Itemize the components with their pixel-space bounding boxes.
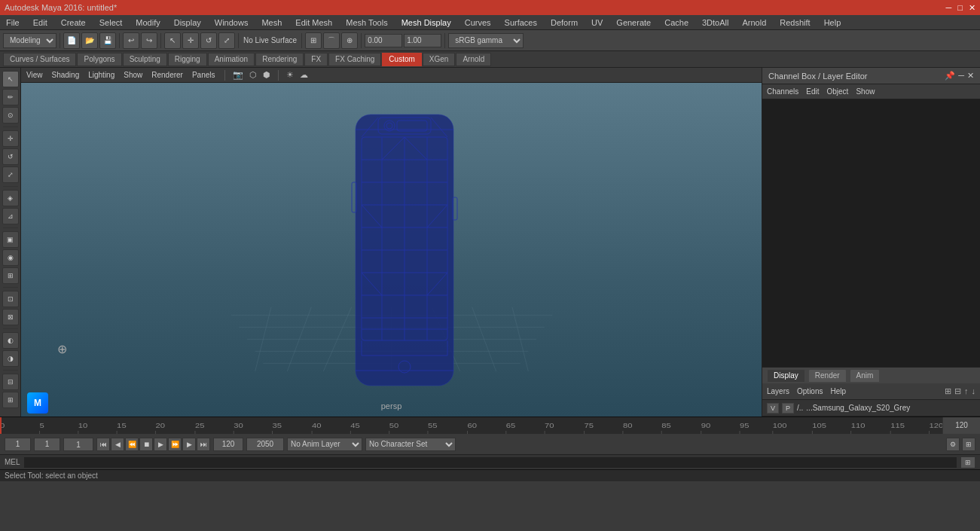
paint-tool-btn[interactable]: ✏: [2, 89, 19, 105]
tab-render[interactable]: Render: [808, 369, 847, 383]
snap-point-btn[interactable]: ⊕: [341, 32, 358, 49]
pb-next-key-btn[interactable]: ⏩: [168, 438, 182, 451]
color-space-dropdown[interactable]: sRGB gamma: [448, 33, 524, 48]
display-type-2-btn[interactable]: ◉: [2, 249, 19, 266]
cb-menu-object[interactable]: Object: [827, 87, 849, 96]
menu-redshift[interactable]: Redshift: [777, 18, 813, 27]
cb-menu-edit[interactable]: Edit: [806, 87, 819, 96]
close-button[interactable]: ✕: [969, 3, 975, 13]
shelf-xgen[interactable]: XGen: [423, 53, 456, 66]
menu-mesh-display[interactable]: Mesh Display: [398, 18, 454, 27]
undo-btn[interactable]: ↩: [123, 32, 139, 49]
layers-menu-help[interactable]: Help: [830, 387, 846, 395]
layer-type-btn[interactable]: P: [782, 403, 794, 414]
select-tool-left-btn[interactable]: ↖: [2, 71, 19, 87]
layer-delete-icon[interactable]: ⊟: [954, 386, 961, 396]
channel-box-minimize-btn[interactable]: ─: [958, 71, 964, 81]
vp-menu-show[interactable]: Show: [121, 71, 145, 79]
menu-deform[interactable]: Deform: [548, 18, 581, 27]
menu-cache[interactable]: Cache: [661, 18, 691, 27]
pb-prev-frame-btn[interactable]: ◀: [111, 438, 124, 451]
extra-btn-2[interactable]: ⊞: [2, 392, 19, 408]
shelf-sculpting[interactable]: Sculpting: [123, 53, 167, 66]
menu-file[interactable]: File: [3, 18, 23, 27]
layer-up-icon[interactable]: ↑: [964, 386, 969, 396]
lasso-tool-btn[interactable]: ⊙: [2, 107, 19, 124]
redo-btn[interactable]: ↪: [141, 32, 157, 49]
ipr-btn[interactable]: ◑: [2, 350, 19, 367]
current-frame-input[interactable]: [5, 438, 31, 451]
anim-layer-select[interactable]: No Anim Layer: [287, 438, 362, 451]
shelf-rendering[interactable]: Rendering: [255, 53, 304, 66]
viewport-3d[interactable]: .wf { fill: none; stroke: #2233aa; strok…: [21, 83, 762, 417]
frame-all-btn[interactable]: ⊠: [2, 309, 19, 325]
isolate-btn[interactable]: ⊡: [2, 291, 19, 307]
tab-anim[interactable]: Anim: [850, 369, 881, 383]
layers-menu-layers[interactable]: Layers: [767, 387, 789, 395]
timeline-playhead[interactable]: [0, 417, 2, 434]
shelf-polygons[interactable]: Polygons: [77, 53, 121, 66]
menu-curves[interactable]: Curves: [462, 18, 494, 27]
vp-menu-panels[interactable]: Panels: [190, 71, 218, 79]
menu-windows[interactable]: Windows: [212, 18, 252, 27]
command-input[interactable]: [23, 456, 957, 468]
scale-left-btn[interactable]: ⤢: [2, 166, 19, 183]
shelf-custom[interactable]: Custom: [382, 53, 421, 66]
pb-go-start-btn[interactable]: ⏮: [96, 438, 110, 451]
title-bar-controls[interactable]: ─ □ ✕: [946, 3, 975, 13]
shelf-curves-surfaces[interactable]: Curves / Surfaces: [3, 53, 76, 66]
menu-3dtoall[interactable]: 3DtoAll: [699, 18, 731, 27]
tab-display[interactable]: Display: [767, 369, 805, 383]
menu-generate[interactable]: Generate: [613, 18, 654, 27]
light-icon[interactable]: ☀: [285, 70, 295, 80]
menu-create[interactable]: Create: [58, 18, 89, 27]
vp-menu-shading[interactable]: Shading: [50, 71, 82, 79]
save-file-btn[interactable]: 💾: [99, 32, 116, 49]
scale-tool-btn[interactable]: ⤢: [218, 32, 235, 49]
cb-menu-show[interactable]: Show: [856, 87, 875, 96]
layers-menu-options[interactable]: Options: [797, 387, 823, 395]
menu-arnold[interactable]: Arnold: [739, 18, 769, 27]
pb-play-fwd-btn[interactable]: ▶: [154, 438, 167, 451]
display-type-3-btn[interactable]: ⊞: [2, 267, 19, 284]
shadow-icon[interactable]: ☁: [299, 70, 309, 80]
pb-stop-btn[interactable]: ⏹: [139, 438, 153, 451]
camera-icon[interactable]: 📷: [232, 70, 244, 80]
menu-mesh[interactable]: Mesh: [258, 18, 285, 27]
new-file-btn[interactable]: 📄: [63, 32, 80, 49]
snap-curve-btn[interactable]: ⌒: [323, 32, 340, 49]
pb-next-frame-btn[interactable]: ▶: [182, 438, 196, 451]
render-btn[interactable]: ◐: [2, 332, 19, 349]
layer-down-icon[interactable]: ↓: [972, 386, 976, 396]
channel-box-close-btn[interactable]: ✕: [967, 71, 974, 81]
menu-edit[interactable]: Edit: [30, 18, 50, 27]
channel-box-pin-btn[interactable]: 📌: [945, 71, 955, 81]
shelf-animation[interactable]: Animation: [208, 53, 255, 66]
menu-help[interactable]: Help: [821, 18, 844, 27]
shelf-arnold[interactable]: Arnold: [456, 53, 491, 66]
pb-prev-key-btn[interactable]: ⏪: [125, 438, 139, 451]
layer-new-icon[interactable]: ⊞: [945, 386, 951, 396]
playback-speed-input[interactable]: [246, 438, 284, 451]
vp-menu-view[interactable]: View: [24, 71, 45, 79]
maximize-button[interactable]: □: [957, 3, 963, 13]
open-file-btn[interactable]: 📂: [81, 32, 98, 49]
display-type-1-btn[interactable]: ▣: [2, 231, 19, 248]
char-select[interactable]: No Character Set: [365, 438, 456, 451]
menu-display[interactable]: Display: [171, 18, 204, 27]
move-tool-btn[interactable]: ✛: [182, 32, 199, 49]
shelf-rigging[interactable]: Rigging: [168, 53, 207, 66]
pb-go-end-btn[interactable]: ⏭: [197, 438, 210, 451]
shelf-fx[interactable]: FX: [304, 53, 328, 66]
rotate-tool-btn[interactable]: ↺: [200, 32, 217, 49]
menu-surfaces[interactable]: Surfaces: [502, 18, 540, 27]
value-x-input[interactable]: [365, 34, 402, 47]
wireframe-icon[interactable]: ⬡: [249, 70, 258, 80]
menu-select[interactable]: Select: [96, 18, 126, 27]
move-left-btn[interactable]: ✛: [2, 130, 19, 147]
frame-input-2[interactable]: [34, 438, 60, 451]
vp-menu-renderer[interactable]: Renderer: [149, 71, 185, 79]
menu-uv[interactable]: UV: [588, 18, 606, 27]
menu-edit-mesh[interactable]: Edit Mesh: [292, 18, 335, 27]
bottom-settings-btn[interactable]: ⚙: [946, 438, 960, 451]
